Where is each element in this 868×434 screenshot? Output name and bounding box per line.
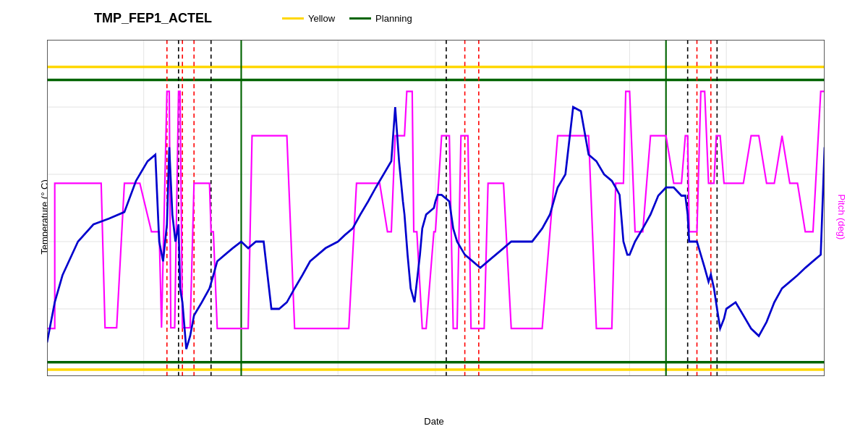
- chart-title: TMP_FEP1_ACTEL: [94, 11, 212, 26]
- planning-legend-label: Planning: [375, 13, 412, 24]
- planning-legend-line: [349, 17, 371, 20]
- legend-yellow: Yellow: [282, 13, 335, 24]
- chart-svg: .grid-line { stroke: #ccc; stroke-width:…: [47, 40, 825, 376]
- y-axis-label-right: Pitch (deg): [836, 195, 847, 240]
- yellow-legend-label: Yellow: [308, 13, 335, 24]
- yellow-legend-line: [282, 17, 304, 20]
- chart-container: TMP_FEP1_ACTEL Yellow Planning Temperatu…: [0, 0, 868, 434]
- legend: Yellow Planning: [282, 13, 412, 24]
- x-axis-label: Date: [424, 416, 443, 427]
- legend-planning: Planning: [349, 13, 412, 24]
